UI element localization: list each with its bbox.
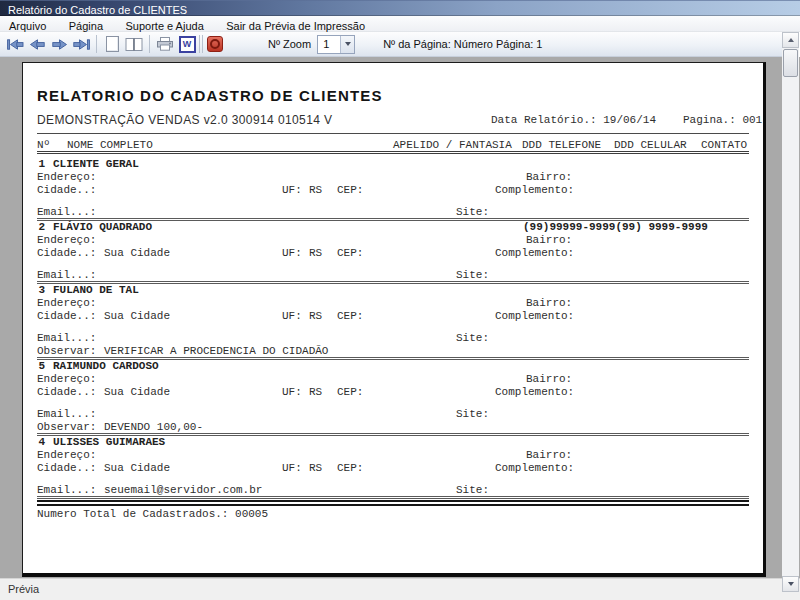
print-button[interactable]: [155, 34, 175, 54]
field-label-cidade: Cidade..:: [37, 311, 96, 322]
pdf-icon: [207, 36, 223, 52]
status-bar: Prévia: [0, 578, 800, 600]
record-number: 2: [31, 222, 45, 233]
arrow-up-icon: [788, 38, 794, 42]
report-subtitle: DEMONSTRAÇÃO VENDAS v2.0 300914 010514 V: [37, 113, 332, 127]
field-label-endereco: Endereço:: [37, 172, 96, 183]
previous-page-icon: [30, 39, 45, 50]
report-date: Data Relatório.: 19/06/14: [491, 115, 656, 126]
next-page-button[interactable]: [49, 34, 69, 54]
field-label-complemento: Complemento:: [495, 463, 574, 474]
record-email: seuemail@servidor.com.br: [104, 485, 262, 496]
report-total: Numero Total de Cadastrados.: 00005: [37, 509, 268, 520]
field-label-email: Email...:: [37, 207, 96, 218]
field-label-endereco: Endereço:: [37, 235, 96, 246]
separator-line: [37, 496, 749, 499]
field-label-uf: UF:: [282, 311, 302, 322]
separator-line: [37, 281, 749, 284]
record-name: RAIMUNDO CARDOSO: [53, 361, 159, 372]
zoom-dropdown[interactable]: 1: [317, 35, 355, 54]
record-uf: RS: [309, 387, 322, 398]
export-pdf-button[interactable]: [205, 34, 225, 54]
field-label-site: Site:: [456, 485, 489, 496]
field-label-bairro: Bairro:: [526, 172, 572, 183]
record-name: ULISSES GUIMARAES: [53, 437, 165, 448]
record-uf: RS: [309, 463, 322, 474]
toolbar-separator: [202, 35, 203, 53]
first-page-icon: [7, 39, 24, 50]
field-label-email: Email...:: [37, 333, 96, 344]
zoom-value: 1: [318, 36, 340, 53]
field-label-cidade: Cidade..:: [37, 248, 96, 259]
column-header-contato: CONTATO: [701, 140, 747, 151]
record-cidade: Sua Cidade: [104, 311, 170, 322]
field-label-endereco: Endereço:: [37, 374, 96, 385]
record-number: 5: [31, 361, 45, 372]
record-observar: VERIFICAR A PROCEDENCIA DO CIDADÃO: [104, 346, 328, 357]
separator-line: [37, 151, 749, 154]
printer-icon: [157, 37, 173, 51]
scroll-up-button[interactable]: [782, 32, 799, 48]
two-page-view-button[interactable]: [124, 34, 144, 54]
field-label-email: Email...:: [37, 409, 96, 420]
scroll-down-button[interactable]: [782, 576, 799, 592]
field-label-endereco: Endereço:: [37, 450, 96, 461]
report-page: RELATORIO DO CADASTRO DE CLIENTES DEMONS…: [22, 62, 766, 577]
report-page-number: Pagina.: 001: [683, 115, 762, 126]
field-label-email: Email...:: [37, 270, 96, 281]
title-bar: Relatório do Cadastro de CLIENTES: [0, 0, 800, 16]
field-label-site: Site:: [456, 409, 489, 420]
field-label-cep: CEP:: [337, 463, 363, 474]
report-title: RELATORIO DO CADASTRO DE CLIENTES: [37, 87, 383, 104]
field-label-complemento: Complemento:: [495, 311, 574, 322]
menu-bar: Arquivo Página Suporte e Ajuda Sair da P…: [0, 16, 800, 32]
record-uf: RS: [309, 248, 322, 259]
record-number: 3: [31, 285, 45, 296]
scrollbar-thumb[interactable]: [783, 49, 798, 77]
field-label-uf: UF:: [282, 248, 302, 259]
single-page-icon: [106, 36, 119, 52]
record-cidade: Sua Cidade: [104, 248, 170, 259]
field-label-endereco: Endereço:: [37, 298, 96, 309]
field-label-email: Email...:: [37, 485, 96, 496]
single-page-view-button[interactable]: [102, 34, 122, 54]
column-header-telefone: DDD TELEFONE: [522, 140, 601, 151]
record-name: CLIENTE GERAL: [53, 159, 139, 170]
field-label-complemento: Complemento:: [495, 248, 574, 259]
field-label-site: Site:: [456, 207, 489, 218]
last-page-icon: [73, 39, 90, 50]
record-number: 4: [31, 437, 45, 448]
zoom-dropdown-button[interactable]: [340, 36, 354, 53]
field-label-bairro: Bairro:: [526, 298, 572, 309]
page-number-label: Nº da Página: Número Página: 1: [383, 38, 542, 50]
field-label-complemento: Complemento:: [495, 387, 574, 398]
field-label-bairro: Bairro:: [526, 450, 572, 461]
field-label-site: Site:: [456, 270, 489, 281]
record-cidade: Sua Cidade: [104, 387, 170, 398]
column-header-apelido: APELIDO / FANTASIA: [393, 140, 512, 151]
vertical-scrollbar[interactable]: [782, 32, 799, 592]
record-name: FULANO DE TAL: [53, 285, 139, 296]
toolbar-separator: [96, 35, 97, 53]
record-observar: DEVENDO 100,00-: [104, 422, 203, 433]
export-word-button[interactable]: W: [177, 34, 197, 54]
last-page-button[interactable]: [71, 34, 91, 54]
field-label-uf: UF:: [282, 463, 302, 474]
field-label-cep: CEP:: [337, 248, 363, 259]
field-label-complemento: Complemento:: [495, 185, 574, 196]
previous-page-button[interactable]: [27, 34, 47, 54]
first-page-button[interactable]: [5, 34, 25, 54]
field-label-bairro: Bairro:: [526, 374, 572, 385]
preview-area[interactable]: RELATORIO DO CADASTRO DE CLIENTES DEMONS…: [0, 57, 800, 578]
column-header-nome: NOME COMPLETO: [67, 140, 153, 151]
toolbar-separator: [149, 35, 150, 53]
next-page-icon: [52, 39, 67, 50]
two-page-icon: [125, 37, 143, 52]
field-label-cidade: Cidade..:: [37, 185, 96, 196]
field-label-cep: CEP:: [337, 311, 363, 322]
field-label-cep: CEP:: [337, 185, 363, 196]
chevron-down-icon: [345, 42, 351, 46]
record-number: 1: [31, 159, 45, 170]
field-label-uf: UF:: [282, 387, 302, 398]
column-header-numero: Nº: [37, 140, 50, 151]
